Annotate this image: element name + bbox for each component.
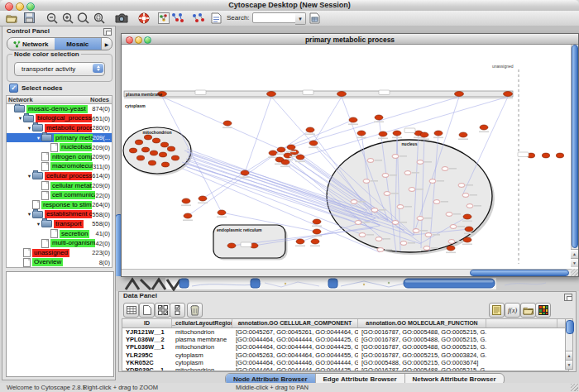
tree-row[interactable]: multi-organism pro42(0) [7,238,112,248]
statusbar-resize-grip[interactable] [571,384,578,391]
folder-icon [23,115,34,122]
tree-row[interactable]: mosaic-demo-yeast874(0) [7,104,112,114]
table-row[interactable]: YJR121W__1mitochondrion[GO:0045267, GO:0… [122,328,568,336]
table-scroll-down-arrow[interactable]: ▼ [566,360,572,369]
layout-button-2[interactable] [191,12,205,24]
tree-row-label: unassigned [32,249,69,257]
tree-expander-icon[interactable]: ▼ [36,222,41,227]
unselect-attributes-button[interactable] [170,303,185,318]
tree-row[interactable]: cellular metabo209(0) [7,181,112,191]
snapshot-button[interactable] [114,12,128,24]
layout-button-1[interactable] [170,12,184,24]
tree-row[interactable]: ▼cellular process614(0) [7,171,112,181]
tab-mosaic[interactable]: Mosaic [55,38,102,50]
tree-row[interactable]: Overview8(0) [7,258,112,268]
color-attribute-dropdown[interactable]: transporter activity [14,62,105,76]
tree-row[interactable]: response to stimulu264(0) [7,200,112,210]
tree-row[interactable]: ▼primary metabo209(... [7,133,112,143]
table-column-header[interactable] [486,319,557,327]
vertical-scroll-thumb[interactable] [572,45,578,248]
tree-row-label: primary metabo [54,134,93,142]
control-panel-tabs: Network Mosaic ▶ [7,37,112,50]
table-cell: mitochondrion [172,366,232,371]
tree-row[interactable]: ▼transport558(0) [7,219,112,229]
table-row[interactable]: YKR052Ccytoplasm[GO:0044464, GO:0044446,… [122,359,568,366]
attribute-table[interactable]: ID_cellularLayoutRegionannotation.GO CEL… [122,318,569,371]
tree-row[interactable]: unassigned223(0) [7,248,112,258]
network-view-window[interactable]: primary metabolic process unassignedplas… [121,33,579,277]
float-panel-icon[interactable] [103,28,112,36]
table-row[interactable]: YPL036W__1mitochondrion[GO:0044464, GO:0… [122,343,568,351]
tree-expander-icon[interactable]: ▼ [26,126,32,131]
tree-row[interactable]: cell communicat22(0) [7,190,112,200]
table-cell: [GO:0045263, GO:0044464, GO:0044455, G..… [232,351,358,359]
tree-expander-icon[interactable]: ▼ [26,212,32,217]
tab-overflow-arrow[interactable]: ▶ [101,38,112,50]
table-column-header[interactable]: ID [122,319,172,327]
network-canvas[interactable]: unassignedplasma membranecytoplasmmitoch… [122,45,570,267]
tree-row[interactable]: ▼biological_process651(0) [7,114,112,124]
status-zoom-hint: Right-click + drag to ZOOM [83,384,158,391]
tree-expander-icon[interactable]: ▼ [17,116,23,121]
zoom-region-button[interactable] [76,12,90,24]
tree-row[interactable]: ▼metabolic process280(0) [7,123,112,133]
table-row[interactable]: YLR295Ccytoplasm[GO:0045263, GO:0044464,… [122,351,568,359]
tree-row[interactable]: macromolecule311(0) [7,162,112,172]
float-data-panel-icon[interactable] [564,294,572,301]
import-attributes-button[interactable] [520,303,536,318]
search-options-button[interactable] [308,12,322,24]
zoom-selected-button[interactable] [92,12,106,24]
file-icon [41,181,49,190]
new-attribute-button[interactable] [139,303,155,318]
scroll-up-arrow[interactable]: ▲ [571,249,578,258]
tab-network[interactable]: Network [7,38,55,50]
table-header-row: ID_cellularLayoutRegionannotation.GO CEL… [122,319,568,328]
table-column-header[interactable]: annotation.GO MOLECULAR_FUNCTION [358,319,486,327]
tree-row-node-count: 22(0) [95,192,112,199]
zoom-in-button[interactable] [60,12,74,24]
delete-attribute-button[interactable] [187,303,203,318]
mac-titlebar[interactable]: Cytoscape Desktop (New Session) [0,0,579,12]
tree-row[interactable]: secretion41(0) [7,229,112,239]
search-input[interactable] [252,12,297,23]
tree-row-node-count: 223(0) [92,249,112,256]
table-column-header[interactable]: _cellularLayoutRegion [172,319,232,327]
table-scroll-thumb[interactable] [566,320,574,334]
tree-row[interactable]: nitrogen compo209(0) [7,152,112,162]
canvas-vertical-scrollbar[interactable]: ▲ ▼ [571,45,578,267]
attribute-grid-button[interactable] [123,303,139,318]
table-scroll-up-arrow[interactable]: ▲ [566,351,572,360]
open-session-button[interactable] [5,12,19,24]
formula-button[interactable]: f(x) [505,303,520,318]
tree-row-node-count: 209(0) [92,182,112,189]
annotation-button[interactable] [209,12,223,24]
group-label: Node color selection [12,50,81,58]
birdseye-view[interactable] [6,271,114,377]
select-nodes-checkbox[interactable]: ✓ [9,84,18,93]
table-row[interactable]: YPL036W__2plasma membrane[GO:0044464, GO… [122,336,568,343]
help-button[interactable] [136,12,151,24]
tree-expander-icon[interactable]: ▼ [26,174,32,179]
select-attributes-button[interactable] [155,303,170,318]
table-vertical-scrollbar[interactable]: ▲ ▼ [565,318,573,370]
zoom-out-button[interactable] [45,12,59,24]
heatmap-button[interactable] [535,303,551,318]
select-nodes-label: Select nodes [22,84,62,92]
report-button[interactable] [489,303,505,318]
table-column-header[interactable]: annotation.GO CELLULAR_COMPONENT [232,319,358,327]
tree-col-network: Network [7,96,90,103]
save-session-button[interactable] [22,12,36,24]
network-window-titlebar[interactable]: primary metabolic process [122,34,578,45]
tree-row-label: mosaic-demo-yeast [26,105,88,113]
vizmapper-button[interactable] [156,12,170,24]
tree-row-node-count: 280(0) [92,124,112,131]
search-dropdown-arrow[interactable]: ▼ [295,12,306,25]
table-row[interactable]: YDR039C__1mitochondrion[GO:0044464, GO:0… [122,366,568,371]
tree-row[interactable]: nucleobase-209(0) [7,142,112,152]
window-resize-grip[interactable] [571,269,578,276]
scroll-down-arrow[interactable]: ▼ [571,258,578,267]
tree-row[interactable]: ▼establishment of lo558(0) [7,210,112,220]
tree-expander-icon[interactable]: ▼ [36,136,41,141]
horizontal-scroll-thumb[interactable] [470,270,569,276]
canvas-horizontal-scrollbar[interactable] [122,269,571,276]
